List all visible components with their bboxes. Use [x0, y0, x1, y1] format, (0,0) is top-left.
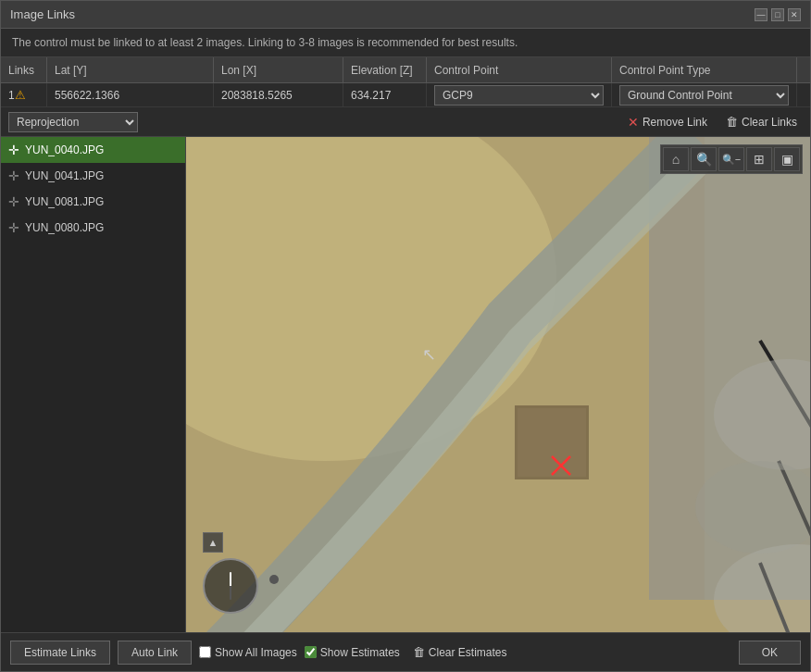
- scale-dot: [269, 575, 279, 584]
- zoom-in-button[interactable]: 🔍: [691, 147, 717, 171]
- trash-icon: 🗑: [726, 115, 738, 129]
- col-header-elevation: Elevation [Z]: [343, 57, 427, 82]
- scale-indicator: [269, 575, 279, 584]
- minimize-button[interactable]: —: [755, 8, 767, 21]
- image-toolbar: ⌂ 🔍 🔍− ⊞ ▣: [660, 144, 803, 174]
- col-elev-value: 634.217: [343, 83, 427, 106]
- map-svg: [186, 137, 810, 632]
- col-header-lat: Lat [Y]: [47, 57, 214, 82]
- sidebar-item-1[interactable]: ✛ YUN_0041.JPG: [1, 163, 185, 189]
- col-cp-value[interactable]: GCP9: [427, 83, 612, 106]
- clear-estimates-trash-icon: 🗑: [413, 645, 425, 659]
- table-header: Links Lat [Y] Lon [X] Elevation [Z] Cont…: [1, 57, 810, 83]
- col-header-lon: Lon [X]: [214, 57, 343, 82]
- crosshair-icon-2: ✛: [8, 194, 19, 209]
- remove-link-label: Remove Link: [643, 116, 707, 129]
- compass-arrow: [230, 572, 231, 600]
- auto-link-button[interactable]: Auto Link: [118, 641, 192, 665]
- info-text: The control must be linked to at least 2…: [12, 36, 518, 49]
- col-cpt-value[interactable]: Ground Control Point: [612, 83, 797, 106]
- estimate-links-button[interactable]: Estimate Links: [10, 641, 110, 665]
- col-header-cp: Control Point: [427, 57, 612, 82]
- sidebar-item-label-2: YUN_0081.JPG: [25, 195, 104, 208]
- show-estimates-label: Show Estimates: [320, 646, 400, 659]
- toolbar-row: Reprojection ✕ Remove Link 🗑 Clear Links: [1, 107, 810, 137]
- nav-up-button[interactable]: ▲: [203, 532, 223, 553]
- remove-x-icon: ✕: [628, 115, 639, 130]
- show-all-images-checkbox[interactable]: [199, 646, 211, 658]
- show-estimates-group: Show Estimates: [305, 646, 400, 659]
- window-title: Image Links: [10, 7, 755, 21]
- main-window: Image Links — □ ✕ The control must be li…: [0, 0, 811, 672]
- close-button[interactable]: ✕: [788, 8, 801, 21]
- sidebar-item-label-1: YUN_0041.JPG: [25, 169, 104, 182]
- title-bar-buttons: — □ ✕: [755, 8, 801, 21]
- clear-links-label: Clear Links: [742, 116, 797, 129]
- table-row[interactable]: 1 ⚠ 556622.1366 2083818.5265 634.217 GCP…: [1, 83, 810, 107]
- sidebar-item-label-3: YUN_0080.JPG: [25, 221, 104, 234]
- link-number: 1: [8, 89, 15, 102]
- show-all-images-label: Show All Images: [215, 646, 297, 659]
- zoom-out-button[interactable]: 🔍−: [718, 147, 744, 171]
- image-mode-button[interactable]: ▣: [774, 147, 800, 171]
- bottom-bar: Estimate Links Auto Link Show All Images…: [1, 632, 810, 671]
- reprojection-dropdown[interactable]: Reprojection: [8, 112, 138, 132]
- col-header-cpt: Control Point Type: [612, 57, 797, 82]
- warning-icon: ⚠: [15, 88, 26, 102]
- clear-links-button[interactable]: 🗑 Clear Links: [720, 113, 803, 131]
- info-bar: The control must be linked to at least 2…: [1, 29, 810, 57]
- show-all-images-group: Show All Images: [199, 646, 297, 659]
- map-canvas: ↖ ⌂ 🔍 🔍− ⊞ ▣ ▲: [186, 137, 810, 632]
- col-header-links: Links: [1, 57, 47, 82]
- sidebar-item-2[interactable]: ✛ YUN_0081.JPG: [1, 189, 185, 215]
- image-area[interactable]: ↖ ⌂ 🔍 🔍− ⊞ ▣ ▲: [186, 137, 810, 632]
- crosshair-icon-0: ✛: [8, 143, 19, 157]
- nav-overlay: ▲: [203, 532, 258, 614]
- sidebar-item-label-0: YUN_0040.JPG: [25, 143, 104, 156]
- col-link-num: 1 ⚠: [1, 83, 47, 106]
- sidebar-item-3[interactable]: ✛ YUN_0080.JPG: [1, 215, 185, 241]
- title-bar: Image Links — □ ✕: [1, 1, 810, 29]
- sidebar: ✛ YUN_0040.JPG ✛ YUN_0041.JPG ✛ YUN_0081…: [1, 137, 186, 632]
- clear-estimates-button[interactable]: 🗑 Clear Estimates: [407, 643, 513, 661]
- svg-rect-11: [518, 408, 586, 477]
- compass-rose: [203, 558, 258, 614]
- control-point-type-dropdown[interactable]: Ground Control Point: [619, 85, 789, 106]
- remove-link-button[interactable]: ✕ Remove Link: [622, 113, 713, 131]
- main-content: ✛ YUN_0040.JPG ✛ YUN_0041.JPG ✛ YUN_0081…: [1, 137, 810, 632]
- control-point-dropdown[interactable]: GCP9: [434, 85, 604, 106]
- show-estimates-checkbox[interactable]: [305, 646, 317, 658]
- home-tool-button[interactable]: ⌂: [663, 147, 689, 171]
- col-lat-value: 556622.1366: [47, 83, 214, 106]
- crosshair-icon-3: ✛: [8, 220, 19, 235]
- adjust-button[interactable]: ⊞: [746, 147, 772, 171]
- ok-button[interactable]: OK: [739, 641, 801, 665]
- sidebar-item-0[interactable]: ✛ YUN_0040.JPG: [1, 137, 185, 163]
- maximize-button[interactable]: □: [771, 8, 784, 21]
- clear-estimates-label: Clear Estimates: [429, 646, 507, 659]
- crosshair-icon-1: ✛: [8, 168, 19, 183]
- col-lon-value: 2083818.5265: [214, 83, 343, 106]
